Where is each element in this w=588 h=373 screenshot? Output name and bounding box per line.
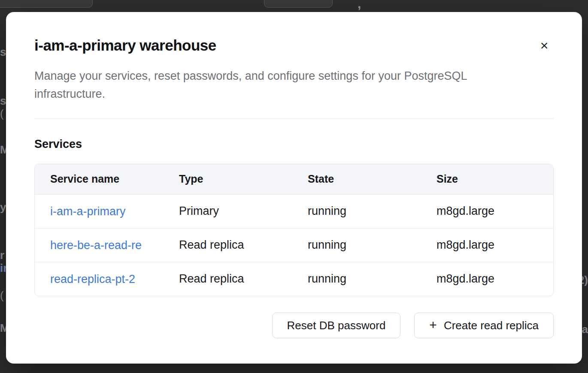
service-state: running — [292, 262, 421, 296]
background-text-fragment: r — [0, 250, 4, 261]
reset-db-password-button[interactable]: Reset DB password — [272, 313, 401, 338]
service-size: m8gd.large — [421, 228, 553, 262]
service-name-link[interactable]: read-replica-pt-2 — [50, 273, 135, 286]
service-state: running — [292, 194, 421, 228]
background-text-fragment: ( — [0, 290, 4, 301]
table-row: i-am-a-primary Primary running m8gd.larg… — [35, 194, 553, 228]
column-header-service-name: Service name — [35, 164, 164, 194]
services-table: Service name Type State Size i-am-a-prim… — [34, 164, 554, 296]
background-text-fragment: , — [358, 0, 361, 10]
service-type: Primary — [164, 194, 292, 228]
service-size: m8gd.large — [421, 194, 553, 228]
modal-title: i-am-a-primary warehouse — [34, 37, 216, 54]
background-text-fragment: y — [0, 202, 6, 213]
column-header-state: State — [292, 164, 421, 194]
background-text-fragment: ( — [0, 108, 4, 119]
service-state: running — [292, 228, 421, 262]
plus-icon: + — [429, 319, 437, 331]
modal-description: Manage your services, reset passwords, a… — [34, 67, 528, 103]
service-details-modal: i-am-a-primary warehouse × Manage your s… — [6, 12, 582, 364]
screen: st s ( M, y r ir ( M, 2) ra , i-am-a-pri… — [0, 0, 588, 373]
table-row: read-replica-pt-2 Read replica running m… — [35, 262, 553, 296]
service-type: Read replica — [164, 262, 292, 296]
background-ui-remnant — [0, 0, 93, 8]
background-ui-remnant — [264, 0, 333, 8]
reset-db-password-label: Reset DB password — [287, 319, 386, 332]
column-header-type: Type — [164, 164, 292, 194]
service-type: Read replica — [164, 228, 292, 262]
close-icon[interactable]: × — [535, 36, 554, 55]
create-read-replica-label: Create read replica — [444, 319, 539, 332]
services-heading: Services — [34, 138, 554, 151]
service-name-link[interactable]: i-am-a-primary — [50, 205, 126, 218]
table-header-row: Service name Type State Size — [35, 164, 553, 194]
modal-footer: Reset DB password + Create read replica — [34, 313, 554, 338]
service-size: m8gd.large — [421, 262, 553, 296]
modal-header: i-am-a-primary warehouse × — [34, 12, 554, 55]
create-read-replica-button[interactable]: + Create read replica — [414, 313, 554, 338]
divider — [34, 118, 554, 119]
background-text-fragment: s — [0, 95, 6, 106]
column-header-size: Size — [421, 164, 553, 194]
table-row: here-be-a-read-re Read replica running m… — [35, 228, 553, 262]
service-name-link[interactable]: here-be-a-read-re — [50, 239, 142, 252]
